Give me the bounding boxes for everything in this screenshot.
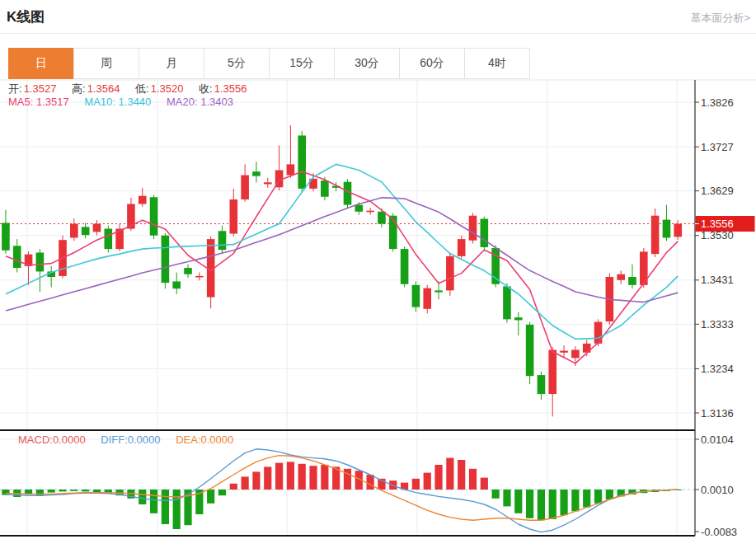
- candle-down: [252, 171, 261, 176]
- candle-down: [172, 281, 181, 288]
- macd-bar-up: [424, 473, 431, 490]
- macd-bar-down: [594, 490, 602, 504]
- macd-bar-up: [309, 466, 317, 490]
- macd-axis-label: 0.0104: [701, 434, 734, 446]
- macd-bar-up: [252, 471, 260, 490]
- kline-widget: K线图 基本面分析> 日周月5分15分30分60分4时 1.38261.3727…: [0, 0, 756, 539]
- candle-up: [195, 276, 204, 278]
- macd-bar-down: [150, 490, 157, 513]
- candle-down: [434, 290, 443, 292]
- candle-up: [458, 239, 466, 256]
- macd-bar-up: [481, 478, 488, 490]
- candle-up: [70, 224, 78, 238]
- candle-up: [571, 350, 580, 359]
- candle-down: [503, 286, 511, 319]
- macd-axis-label: -0.0083: [701, 526, 737, 538]
- macd-bar-up: [264, 466, 271, 490]
- candle-down: [389, 216, 397, 249]
- ohlc-legend: 开:1.3527 高:1.3564 低:1.3520 收:1.3556: [8, 82, 259, 96]
- macd-bar-down: [583, 490, 590, 508]
- high-label: 高:: [72, 82, 86, 95]
- macd-bar-up: [367, 475, 374, 490]
- macd-bar-up: [287, 462, 294, 490]
- candle-up: [560, 351, 568, 353]
- close-value: 1.3556: [214, 82, 247, 95]
- close-label: 收:: [199, 82, 213, 95]
- dea-line: [6, 456, 678, 521]
- macd-bar-down: [560, 490, 567, 515]
- candle-down: [378, 212, 386, 224]
- price-axis-label: 1.3234: [701, 363, 734, 375]
- candle-down: [663, 220, 671, 238]
- candle-up: [548, 350, 556, 395]
- macd-bar-down: [549, 490, 556, 519]
- grid-layer: [0, 80, 756, 536]
- candle-down: [355, 205, 364, 212]
- macd-bar-down: [207, 490, 214, 504]
- diff-label: DIFF:: [101, 434, 128, 446]
- ma10-value: 1.3440: [119, 96, 152, 108]
- low-value: 1.3520: [151, 82, 184, 95]
- macd-bar-up: [321, 465, 328, 490]
- macd-bar-down: [162, 490, 169, 524]
- candle-up: [139, 196, 147, 204]
- candle-down: [104, 229, 112, 250]
- macd-bar-down: [93, 490, 101, 492]
- dea-label: DEA:: [176, 434, 200, 446]
- macd-bar-up: [458, 460, 465, 490]
- macd-bar-down: [538, 490, 545, 520]
- macd-bar-up: [275, 463, 283, 490]
- macd-bar-down: [571, 490, 579, 511]
- ma10-label: MA10:: [84, 96, 115, 108]
- candle-down: [321, 180, 329, 197]
- macd-bar-up: [412, 479, 420, 490]
- price-axis-label: 1.3136: [701, 407, 734, 419]
- ma20-label: MA20:: [167, 96, 198, 108]
- price-axis-label: 1.3629: [701, 185, 734, 197]
- macd-bar-up: [469, 469, 477, 490]
- candle-down: [538, 375, 546, 394]
- macd-bar-up: [434, 465, 442, 490]
- candles-layer: [2, 125, 682, 417]
- macd-bar-down: [70, 490, 77, 491]
- candle-down: [2, 223, 10, 250]
- candle-down: [13, 246, 21, 268]
- candle-up: [651, 216, 660, 254]
- candle-up: [241, 176, 249, 200]
- candle-up: [446, 256, 454, 291]
- price-axis-label: 1.3826: [701, 96, 734, 109]
- candle-down: [344, 182, 352, 205]
- macd-value: 0.0000: [53, 434, 86, 446]
- low-label: 低:: [135, 82, 149, 95]
- macd-axis-label: 0.0010: [701, 484, 734, 496]
- macd-bar-down: [526, 490, 533, 518]
- dea-value: 0.0000: [201, 434, 234, 446]
- macd-legend: MACD:0.0000 DIFF:0.0000 DEA:0.0000: [18, 434, 246, 446]
- macd-bar-down: [59, 490, 66, 491]
- current-price-label: 1.3556: [701, 218, 734, 230]
- macd-bar-up: [344, 469, 351, 490]
- price-axis: 1.38261.37271.36291.35301.34311.33331.32…: [695, 96, 734, 419]
- macd-label: MACD:: [18, 434, 53, 446]
- candle-down: [184, 268, 192, 274]
- candle-up: [674, 224, 682, 237]
- candle-down: [481, 219, 489, 247]
- candle-up: [366, 211, 374, 213]
- candle-down: [298, 135, 306, 188]
- candle-up: [230, 199, 238, 234]
- candle-up: [264, 182, 272, 184]
- candle-down: [150, 197, 158, 235]
- macd-bar-down: [218, 490, 226, 495]
- open-value: 1.3527: [24, 82, 57, 95]
- price-axis-label: 1.3431: [701, 274, 734, 286]
- high-value: 1.3564: [87, 82, 120, 95]
- macd-bar-down: [82, 490, 89, 491]
- candle-down: [628, 277, 636, 285]
- candle-up: [423, 288, 431, 309]
- candle-down: [412, 285, 420, 307]
- macd-bar-up: [298, 464, 306, 490]
- macd-axis: 0.01040.0010-0.0083: [695, 434, 737, 538]
- ma5-label: MA5:: [8, 96, 33, 108]
- ma20-value: 1.3403: [200, 96, 233, 108]
- candle-up: [594, 322, 603, 344]
